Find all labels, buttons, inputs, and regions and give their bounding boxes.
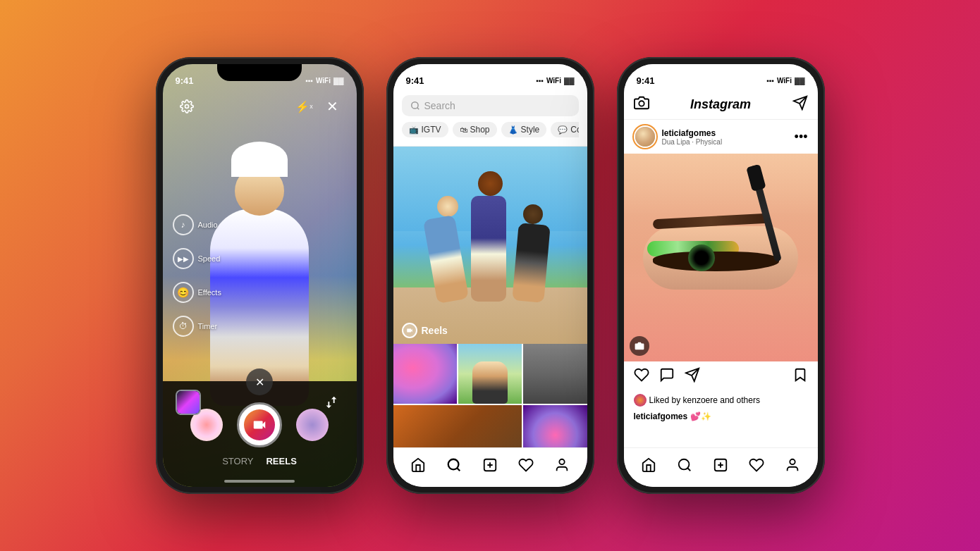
wifi-icon-2: WiFi — [546, 77, 561, 85]
camera-header-icon[interactable] — [634, 95, 649, 113]
pill-style-label: Style — [521, 125, 540, 135]
app-title: Instagram — [690, 97, 751, 112]
wifi-icon-3: WiFi — [777, 77, 792, 85]
nav-add[interactable] — [481, 456, 499, 474]
svg-point-2 — [448, 459, 459, 469]
shop-icon: 🛍 — [460, 125, 467, 134]
pill-comics-label: Comics — [570, 125, 578, 135]
effects-icon: 😊 — [173, 282, 194, 303]
cancel-button[interactable]: ✕ — [246, 369, 273, 395]
svg-point-0 — [185, 105, 188, 109]
comics-icon: 💬 — [558, 125, 568, 135]
likes-text: Liked by kenzoere and others — [649, 395, 760, 405]
svg-point-7 — [639, 101, 644, 106]
svg-point-17 — [790, 459, 795, 464]
comment-icon[interactable] — [659, 367, 675, 387]
caption-text: 💕✨ — [690, 411, 711, 421]
post-user-row: leticiafgomes Dua Lipa · Physical ••• — [624, 120, 818, 154]
nav-home[interactable] — [409, 456, 427, 474]
post-actions — [624, 361, 818, 392]
nav-add-3[interactable] — [711, 456, 730, 474]
nav-heart[interactable] — [517, 456, 535, 474]
search-bar[interactable]: Search — [402, 95, 579, 116]
capture-row — [190, 402, 329, 447]
audio-icon: ♪ — [173, 214, 194, 235]
camera-side-controls: ♪ Audio ▶▶ Speed 😊 Effects ⏱ Timer — [173, 214, 221, 337]
grid-item-3[interactable] — [523, 344, 587, 404]
post-image[interactable] — [624, 154, 818, 361]
nav-profile-3[interactable] — [783, 456, 802, 474]
status-icons-2: ▪▪▪ WiFi ▓▓ — [536, 77, 574, 85]
more-options-icon[interactable]: ••• — [795, 130, 808, 144]
reels-text: Reels — [422, 325, 448, 336]
audio-control[interactable]: ♪ Audio — [173, 214, 221, 235]
effects-control[interactable]: 😊 Effects — [173, 282, 221, 303]
timer-control[interactable]: ⏱ Timer — [173, 316, 221, 337]
speed-control[interactable]: ▶▶ Speed — [173, 248, 221, 269]
flash-icon[interactable]: ⚡x — [293, 95, 316, 118]
igtv-icon: 📺 — [409, 125, 419, 135]
nav-search-3[interactable] — [675, 456, 694, 474]
explore-screen: 9:41 ▪▪▪ WiFi ▓▓ Search 📺 — [393, 64, 587, 487]
user-avatar[interactable] — [634, 125, 656, 148]
post-subtitle: Dua Lipa · Physical — [662, 138, 789, 146]
notch-2 — [448, 64, 532, 81]
flip-camera-button[interactable] — [319, 390, 344, 415]
pill-igtv[interactable]: 📺 IGTV — [402, 122, 448, 137]
share-icon[interactable] — [685, 367, 700, 387]
grid-item-2[interactable] — [458, 344, 522, 404]
bottom-nav-3 — [624, 447, 818, 487]
home-indicator — [224, 480, 295, 483]
effects-label: Effects — [198, 288, 221, 297]
nav-profile[interactable] — [553, 456, 571, 474]
capture-button[interactable] — [237, 402, 282, 447]
style-icon: 👗 — [508, 125, 518, 135]
bookmark-icon[interactable] — [792, 367, 808, 387]
battery-icon-3: ▓▓ — [795, 77, 805, 85]
direct-icon[interactable] — [792, 95, 808, 113]
audio-label: Audio — [198, 221, 218, 229]
speed-label: Speed — [198, 254, 221, 263]
nav-search[interactable] — [445, 456, 463, 474]
bottom-nav-2 — [393, 447, 587, 487]
reels-mode-label[interactable]: REELS — [266, 456, 296, 466]
reels-record-icon — [244, 409, 275, 440]
svg-point-1 — [411, 102, 417, 109]
timer-label: Timer — [198, 322, 218, 330]
status-icons-3: ▪▪▪ WiFi ▓▓ — [766, 77, 804, 85]
signal-icon-2: ▪▪▪ — [536, 77, 544, 85]
phone-2-explore: 9:41 ▪▪▪ WiFi ▓▓ Search 📺 — [386, 57, 594, 494]
like-icon[interactable] — [634, 367, 649, 387]
post-camera-badge[interactable] — [630, 336, 649, 356]
settings-icon[interactable] — [176, 95, 198, 118]
search-magnifier-icon — [410, 101, 420, 111]
pill-shop[interactable]: 🛍 Shop — [453, 122, 497, 137]
timer-icon: ⏱ — [173, 316, 194, 337]
reels-icon — [402, 323, 417, 338]
category-pills: 📺 IGTV 🛍 Shop 👗 Style 💬 Comics — [402, 122, 579, 140]
notch — [217, 64, 302, 81]
battery-icon-2: ▓▓ — [564, 77, 575, 85]
pill-shop-label: Shop — [470, 125, 490, 135]
mode-row: STORY REELS — [222, 456, 297, 466]
phone-3-post: 9:41 ▪▪▪ WiFi ▓▓ Instagram — [617, 57, 825, 494]
battery-icon: ▓▓ — [333, 77, 344, 85]
grid-item-1[interactable] — [393, 344, 457, 404]
gallery-thumbnail[interactable] — [176, 390, 201, 415]
pill-comics[interactable]: 💬 Comics — [551, 122, 578, 137]
wifi-icon: WiFi — [316, 77, 331, 85]
pill-style[interactable]: 👗 Style — [501, 122, 547, 137]
nav-heart-3[interactable] — [747, 456, 766, 474]
post-screen: 9:41 ▪▪▪ WiFi ▓▓ Instagram — [624, 64, 818, 487]
story-mode-label[interactable]: STORY — [222, 456, 253, 466]
pill-igtv-label: IGTV — [422, 125, 441, 135]
close-icon[interactable]: ✕ — [321, 95, 344, 118]
status-icons: ▪▪▪ WiFi ▓▓ — [305, 77, 343, 85]
status-time-2: 9:41 — [406, 75, 424, 86]
camera-top-controls: ⚡x ✕ — [163, 95, 357, 118]
reels-video-preview[interactable]: Reels — [393, 147, 587, 344]
status-time: 9:41 — [176, 75, 194, 86]
username[interactable]: leticiafgomes — [662, 128, 789, 138]
nav-home-3[interactable] — [639, 456, 658, 474]
user-info: leticiafgomes Dua Lipa · Physical — [662, 128, 789, 146]
